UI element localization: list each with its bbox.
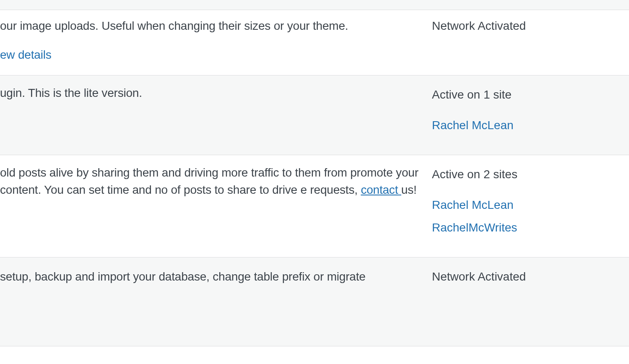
site-link[interactable]: Rachel McLean <box>432 197 616 214</box>
plugin-description: setup, backup and import your database, … <box>0 257 432 346</box>
site-link[interactable]: RachelMcWrites <box>432 219 616 237</box>
description-text-after: us! <box>401 183 417 196</box>
table-row: setup, backup and import your database, … <box>0 257 629 346</box>
description-text: ugin. This is the lite version. <box>0 86 142 99</box>
site-link[interactable]: Rachel McLean <box>432 117 616 134</box>
table-row-fragment-top <box>0 0 629 10</box>
table-row: ugin. This is the lite version. Active o… <box>0 75 629 155</box>
plugin-status: Network Activated <box>432 257 629 346</box>
table-row-fragment-bottom <box>0 346 629 364</box>
plugin-status: Network Activated <box>432 10 629 75</box>
contact-link[interactable]: contact <box>361 183 401 196</box>
status-label: Network Activated <box>432 268 616 286</box>
plugin-description: old posts alive by sharing them and driv… <box>0 155 432 257</box>
plugin-description: our image uploads. Useful when changing … <box>0 10 432 75</box>
description-text-before: old posts alive by sharing them and driv… <box>0 166 418 196</box>
status-label: Network Activated <box>432 18 616 35</box>
description-text: setup, backup and import your database, … <box>0 270 366 283</box>
plugin-status: Active on 1 site Rachel McLean <box>432 75 629 155</box>
plugin-table: our image uploads. Useful when changing … <box>0 0 629 364</box>
status-label: Active on 1 site <box>432 86 616 104</box>
plugin-status: Active on 2 sites Rachel McLean RachelMc… <box>432 155 629 257</box>
view-details-link[interactable]: ew details <box>0 48 52 61</box>
plugin-description: ugin. This is the lite version. <box>0 75 432 155</box>
table-row: our image uploads. Useful when changing … <box>0 10 629 75</box>
table-row: old posts alive by sharing them and driv… <box>0 155 629 257</box>
status-label: Active on 2 sites <box>432 166 616 183</box>
description-text: our image uploads. Useful when changing … <box>0 19 348 32</box>
